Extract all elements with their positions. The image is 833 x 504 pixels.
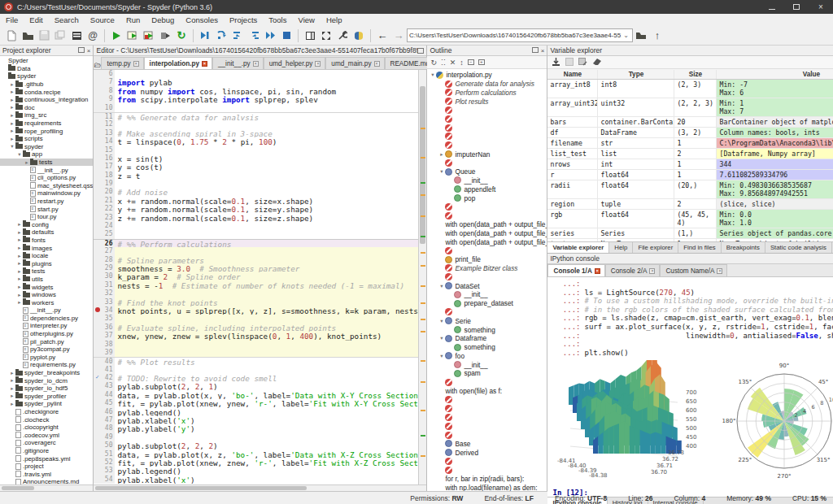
- outline-item[interactable]: [427, 404, 547, 413]
- tree-item-cli_options.py[interactable]: cli_options.py: [0, 174, 93, 182]
- tree-item-restart.py[interactable]: restart.py: [0, 198, 93, 206]
- rerun-button[interactable]: ↻: [173, 28, 190, 44]
- open-file-button[interactable]: [20, 28, 36, 44]
- tree-item-.github[interactable]: ▸.github: [0, 80, 93, 89]
- maximize-pane-button[interactable]: [318, 28, 334, 44]
- outline-expand-all-icon[interactable]: +: [478, 59, 485, 65]
- new-file-button[interactable]: [3, 28, 20, 44]
- outline-item-__init__[interactable]: __init__: [427, 360, 547, 369]
- save-button[interactable]: [36, 28, 52, 44]
- back-button[interactable]: ←: [374, 28, 390, 44]
- tree-item-__init__.py[interactable]: __init__.py: [0, 166, 93, 174]
- tree-item-Announcements.md[interactable]: Announcements.md: [0, 478, 93, 484]
- tree-item-workers[interactable]: ▸workers: [0, 298, 93, 306]
- editor-tab-__init__.py[interactable]: __init__.py×: [212, 57, 264, 69]
- debug-stop-button[interactable]: [278, 28, 294, 44]
- tree-item-windows[interactable]: ▸windows: [0, 291, 93, 299]
- outline-item-Generate data for analysis[interactable]: Generate data for analysis: [427, 80, 547, 89]
- menu-projects[interactable]: Projects: [224, 15, 263, 24]
- tree-item-requirements[interactable]: ▸requirements: [0, 119, 93, 128]
- fullscreen-button[interactable]: [68, 28, 85, 44]
- breakpoint-icon[interactable]: [95, 307, 100, 312]
- tree-item-fonts[interactable]: ▸fonts: [0, 237, 93, 245]
- close-tab-icon[interactable]: ×: [717, 268, 722, 274]
- outline-item[interactable]: [427, 457, 547, 466]
- editor-tab-interpolation.py[interactable]: interpolation.py×: [144, 57, 212, 69]
- plugin-tab-static-code-analysis[interactable]: Static code analysis: [765, 242, 832, 253]
- browse-tabs-icon[interactable]: 🗁: [94, 61, 101, 69]
- python-env-button[interactable]: [351, 28, 367, 44]
- plugin-tab-help[interactable]: Help: [609, 242, 633, 253]
- variable-row-rgb[interactable]: rgbfloat64(45, 45, 4)Min: 0.0 Max: 1.0: [547, 210, 833, 228]
- save-all-button[interactable]: [52, 28, 68, 44]
- menu-view[interactable]: View: [292, 15, 320, 24]
- outline-item-something[interactable]: something: [427, 343, 547, 352]
- console-tab-custom-name-a[interactable]: Custom Name/A×: [660, 264, 727, 276]
- tree-item-mainwindow.py[interactable]: mainwindow.py: [0, 189, 93, 198]
- tree-item-dependencies.py[interactable]: dependencies.py: [0, 315, 93, 323]
- outline-item[interactable]: [427, 395, 547, 404]
- tree-item-conda.recipe[interactable]: ▸conda.recipe: [0, 88, 93, 96]
- close-tab-icon[interactable]: ×: [315, 61, 321, 67]
- variable-row-filename[interactable]: filenamestr1C:\ProgramData\Anaconda3\lib…: [547, 138, 833, 149]
- close-tab-icon[interactable]: ×: [133, 61, 139, 67]
- outline-item-for r, bar in zip(radii, bars):[interactable]: for r, bar in zip(radii, bars):: [427, 475, 547, 484]
- variable-row-bars[interactable]: barscontainer.BarContainer20BarContainer…: [547, 117, 833, 128]
- float-pane-icon[interactable]: [78, 47, 85, 53]
- tree-item-.ciocopyright[interactable]: .ciocopyright: [0, 424, 93, 432]
- tree-item-otherplugins.py[interactable]: otherplugins.py: [0, 330, 93, 338]
- menu-run[interactable]: Run: [120, 15, 146, 24]
- run-selection-button[interactable]: [157, 28, 173, 44]
- outline-item[interactable]: [427, 133, 547, 141]
- editor-tab-umd_main.py[interactable]: umd_main.py×: [325, 57, 384, 69]
- variable-row-nrows[interactable]: nrowsint1344: [547, 159, 833, 170]
- outline-item-Derived[interactable]: Derived: [427, 448, 547, 457]
- outline-item-__init__[interactable]: __init__: [427, 290, 547, 299]
- tree-item-scripts[interactable]: ▸scripts: [0, 135, 93, 143]
- outline-item[interactable]: [427, 272, 547, 281]
- tree-item-doc[interactable]: ▸doc: [0, 104, 93, 112]
- debug-step-over-button[interactable]: [213, 28, 229, 44]
- plugin-tab-breakpoints[interactable]: Breakpoints: [722, 242, 765, 253]
- console-output[interactable]: ...:...:ls = LightSource(270, 45)...:# T…: [547, 277, 833, 497]
- tree-item-spyder[interactable]: ▾spyder: [0, 143, 93, 151]
- save-data-as-icon[interactable]: [578, 58, 587, 67]
- forward-button[interactable]: →: [390, 28, 407, 44]
- editor-hscrollbar[interactable]: [94, 484, 426, 491]
- plugin-tab-variable-explorer[interactable]: Variable explorer: [547, 242, 609, 253]
- outline-item-Example Bitzer class[interactable]: Example Bitzer class: [427, 264, 547, 273]
- debug-step-button[interactable]: [197, 28, 213, 44]
- column-header-size[interactable]: Size: [674, 70, 717, 79]
- tools-button[interactable]: [334, 28, 351, 44]
- tree-item-py3compat.py[interactable]: py3compat.py: [0, 345, 93, 354]
- tree-item-locale[interactable]: ▸locale: [0, 252, 93, 260]
- close-tab-icon[interactable]: ×: [595, 268, 600, 274]
- tree-item-.coveragerc[interactable]: .coveragerc: [0, 439, 93, 447]
- tree-item-spyder_profiler[interactable]: ▸spyder_profiler: [0, 393, 93, 401]
- code-editor[interactable]: 67import pylab8from numpy import cos, li…: [94, 70, 418, 484]
- variable-row-region[interactable]: regiontuple2(slice, slice): [547, 199, 833, 210]
- maximize-button[interactable]: [784, 0, 809, 14]
- tree-item-widgets[interactable]: ▸widgets: [0, 283, 93, 291]
- variable-row-series[interactable]: seriesSeries(1,)Series object of pandas.…: [547, 228, 833, 239]
- outline-item[interactable]: [427, 124, 547, 133]
- outline-item-with np.load(filename) as dem:[interactable]: with np.load(filename) as dem:: [427, 483, 547, 491]
- close-tab-icon[interactable]: ×: [374, 61, 380, 67]
- close-tab-icon[interactable]: ×: [649, 268, 655, 274]
- outline-item[interactable]: [427, 202, 547, 211]
- close-button[interactable]: ×: [809, 0, 833, 14]
- tree-item-.gitignore[interactable]: .gitignore: [0, 447, 93, 455]
- run-cell-advance-button[interactable]: [141, 28, 157, 44]
- tree-item-spyder_pylint[interactable]: ▸spyder_pylint: [0, 400, 93, 408]
- column-header-name[interactable]: Name: [547, 70, 598, 79]
- outline-tree[interactable]: ▾interpolation.pyGenerate data for analy…: [427, 69, 547, 491]
- outline-item-spam[interactable]: spam: [427, 369, 547, 378]
- debug-step-return-button[interactable]: [246, 28, 262, 44]
- close-pane-icon[interactable]: ×: [87, 47, 91, 54]
- outline-item[interactable]: [427, 141, 547, 150]
- tree-item-requirements.py[interactable]: requirements.py: [0, 361, 93, 369]
- tree-item-spyder[interactable]: spyder: [0, 72, 93, 80]
- console-tab-console-2-a[interactable]: Console 2/A×: [605, 264, 661, 276]
- tree-item-.ciocheck[interactable]: .ciocheck: [0, 415, 93, 424]
- editor-tab-temp.py[interactable]: temp.py×: [101, 57, 143, 69]
